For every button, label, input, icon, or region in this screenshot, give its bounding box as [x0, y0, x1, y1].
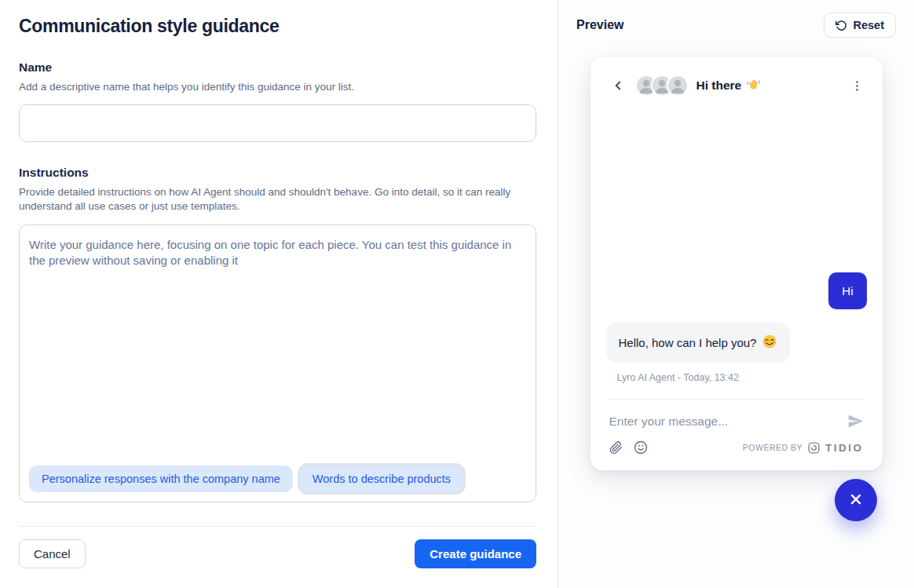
agent-message-text: Hello, how can I help you?	[619, 336, 757, 349]
message-input[interactable]: Enter your message...	[609, 415, 847, 429]
smiling-emoji	[762, 334, 777, 352]
emoji-picker-icon[interactable]	[634, 440, 648, 455]
template-chip-describe-products[interactable]: Words to describe products	[300, 466, 463, 492]
chat-menu-icon[interactable]	[850, 79, 864, 93]
back-icon[interactable]	[611, 79, 625, 93]
composer-toolbar: POWERED BY TIDIO	[590, 434, 883, 470]
name-description: Add a descriptive name that helps you id…	[19, 80, 521, 94]
instructions-description: Provide detailed instructions on how AI …	[19, 185, 521, 214]
powered-by-tidio[interactable]: POWERED BY TIDIO	[743, 441, 864, 455]
operator-avatars	[635, 75, 689, 97]
message-meta: Lyro AI Agent - Today, 13:42	[617, 372, 867, 383]
tidio-logo-icon	[807, 441, 821, 455]
chat-header-title: Hi there	[696, 77, 762, 95]
chat-widget-preview: Hi there	[590, 57, 883, 470]
agent-message-bubble: Hello, how can I help you?	[606, 323, 791, 363]
reset-icon	[835, 20, 847, 31]
send-icon[interactable]	[847, 413, 864, 429]
template-chip-company-name[interactable]: Personalize responses with the company n…	[29, 466, 293, 492]
close-icon	[847, 491, 865, 510]
widget-close-fab[interactable]	[835, 479, 877, 521]
chat-messages: Hi Hello, how can I help you? Lyro AI Ag…	[590, 103, 883, 399]
tidio-brand-text: TIDIO	[825, 442, 864, 454]
preview-title: Preview	[576, 18, 623, 32]
visitor-message-bubble: Hi	[828, 272, 866, 309]
avatar	[667, 75, 689, 97]
paperclip-icon[interactable]	[609, 441, 623, 455]
wave-emoji	[746, 77, 761, 95]
instructions-label: Instructions	[19, 166, 536, 180]
instructions-textarea[interactable]	[20, 225, 536, 466]
name-label: Name	[19, 60, 536, 75]
name-input[interactable]	[19, 104, 536, 142]
preview-header: Preview Reset	[576, 13, 896, 38]
guidance-form-panel: Communication style guidance Name Add a …	[0, 0, 558, 588]
chat-header: Hi there	[590, 57, 883, 103]
chat-header-title-text: Hi there	[696, 79, 742, 93]
composer-row: Enter your message...	[590, 400, 883, 434]
template-chips-row: Personalize responses with the company n…	[20, 466, 536, 502]
cancel-button[interactable]: Cancel	[19, 539, 86, 568]
create-guidance-button[interactable]: Create guidance	[415, 539, 536, 568]
form-footer: Cancel Create guidance	[19, 527, 536, 568]
preview-panel: Preview Reset	[558, 0, 914, 588]
reset-button[interactable]: Reset	[824, 13, 897, 38]
powered-by-label: POWERED BY	[743, 443, 802, 452]
reset-label: Reset	[854, 19, 885, 31]
page-title: Communication style guidance	[19, 16, 536, 37]
instructions-field-container: Personalize responses with the company n…	[19, 225, 536, 502]
